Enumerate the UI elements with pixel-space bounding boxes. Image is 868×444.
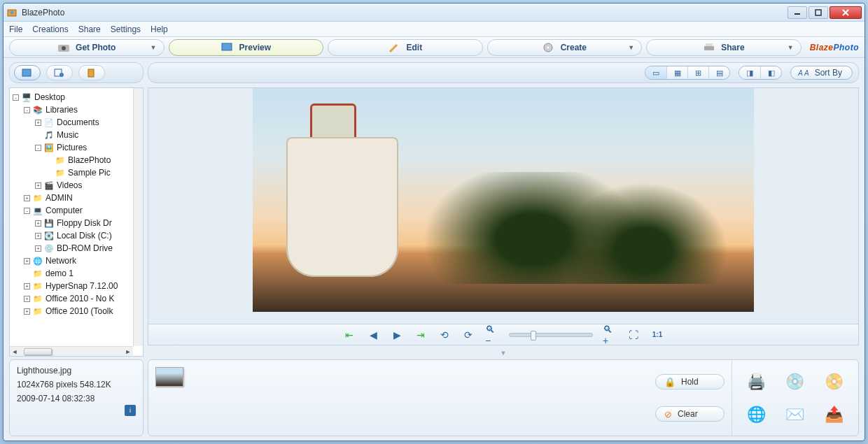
sort-label: Sort By bbox=[815, 68, 842, 78]
panel-collapse-grip[interactable]: ▼ bbox=[148, 350, 859, 357]
close-button[interactable] bbox=[830, 6, 862, 19]
edit-button[interactable]: Edit bbox=[328, 39, 483, 56]
svg-rect-8 bbox=[222, 43, 232, 50]
tree-node[interactable]: +🎬Videos bbox=[11, 179, 132, 192]
prev-image-button[interactable]: ◀ bbox=[366, 328, 380, 342]
preview-label: Preview bbox=[239, 43, 271, 52]
recent-tab[interactable] bbox=[46, 65, 73, 80]
tree-node[interactable]: -💻Computer bbox=[11, 204, 132, 217]
collapse-icon[interactable]: - bbox=[24, 107, 30, 113]
compare-right-button[interactable]: ◧ bbox=[760, 66, 781, 79]
tree-node[interactable]: +📁Office 2010 (Toolk bbox=[11, 305, 132, 317]
action-print[interactable]: 🖨️ bbox=[739, 367, 774, 396]
tree-node[interactable]: +💿BD-ROM Drive bbox=[11, 242, 132, 255]
single-view-button[interactable]: ▭ bbox=[645, 66, 666, 79]
menu-help[interactable]: Help bbox=[150, 24, 168, 34]
action-burn-cd[interactable]: 💿 bbox=[778, 367, 812, 396]
zoom-slider[interactable] bbox=[509, 333, 593, 337]
expand-icon[interactable]: + bbox=[35, 220, 41, 227]
node-icon: 💿 bbox=[43, 243, 55, 253]
info-dimensions: 1024x768 pixels 548.12K bbox=[17, 380, 136, 389]
expand-icon[interactable]: + bbox=[24, 283, 30, 289]
folder-tree-tab[interactable] bbox=[14, 65, 41, 80]
tree-node[interactable]: +📄Documents bbox=[11, 116, 132, 129]
first-image-button[interactable]: ⇤ bbox=[342, 328, 356, 342]
create-button[interactable]: Create ▼ bbox=[487, 39, 643, 56]
menu-file[interactable]: File bbox=[9, 24, 22, 34]
tree-node[interactable]: 📁demo 1 bbox=[11, 267, 132, 280]
share-button[interactable]: Share ▼ bbox=[646, 39, 802, 56]
info-datetime: 2009-07-14 08:32:38 bbox=[17, 394, 136, 403]
expand-icon[interactable]: + bbox=[35, 182, 41, 189]
get-photo-button[interactable]: Get Photo ▼ bbox=[9, 39, 164, 56]
node-icon: 🖼️ bbox=[43, 143, 55, 152]
tray-thumbnail[interactable] bbox=[155, 367, 183, 387]
sort-icon: A A bbox=[798, 69, 808, 77]
hold-button[interactable]: 🔒 Hold bbox=[655, 374, 724, 389]
get-photo-label: Get Photo bbox=[76, 43, 115, 52]
tree-node[interactable]: 📁BlazePhoto bbox=[11, 154, 132, 166]
tree-node[interactable]: -🖥️Desktop bbox=[11, 91, 132, 103]
monitor-icon bbox=[221, 43, 234, 52]
properties-icon[interactable]: i bbox=[125, 405, 136, 416]
expand-icon[interactable]: + bbox=[35, 245, 41, 252]
next-image-button[interactable]: ▶ bbox=[390, 328, 404, 342]
action-export[interactable]: 📤 bbox=[817, 400, 851, 429]
tree-node[interactable]: +🌐Network bbox=[11, 255, 132, 267]
menu-share[interactable]: Share bbox=[78, 24, 101, 34]
disc-icon bbox=[542, 43, 555, 52]
tree-node[interactable]: +💽Local Disk (C:) bbox=[11, 229, 132, 242]
sort-by-button[interactable]: A A Sort By bbox=[790, 66, 853, 80]
scroll-left-icon[interactable]: ◄ bbox=[10, 347, 20, 357]
expand-icon[interactable]: + bbox=[24, 195, 30, 201]
svg-point-10 bbox=[547, 46, 549, 48]
collapse-icon[interactable]: - bbox=[13, 94, 19, 101]
svg-rect-11 bbox=[704, 46, 714, 50]
tree-node[interactable]: +📁HyperSnap 7.12.00 bbox=[11, 280, 132, 292]
collapse-icon[interactable]: - bbox=[24, 208, 30, 214]
grid-3x3-button[interactable]: ⊞ bbox=[687, 66, 708, 79]
zoom-out-button[interactable]: 🔍︎− bbox=[485, 328, 499, 342]
tree-node[interactable]: -🖼️Pictures bbox=[11, 141, 132, 154]
expand-icon[interactable]: + bbox=[24, 258, 30, 264]
filmstrip-button[interactable]: ▤ bbox=[708, 66, 729, 79]
scrollbar-thumb[interactable] bbox=[24, 348, 52, 355]
tree-node[interactable]: 📁Sample Pic bbox=[11, 166, 132, 179]
menu-settings[interactable]: Settings bbox=[111, 24, 141, 34]
tags-tab[interactable] bbox=[78, 65, 105, 80]
image-viewport[interactable] bbox=[148, 88, 858, 324]
clear-label: Clear bbox=[678, 409, 698, 419]
rotate-left-button[interactable]: ⟲ bbox=[438, 328, 451, 342]
rotate-right-button[interactable]: ⟳ bbox=[461, 328, 475, 342]
action-burn-dvd[interactable]: 📀 bbox=[817, 367, 851, 396]
view-toolbar: ▭ ▦ ⊞ ▤ ◨ ◧ A A Sort By bbox=[148, 62, 859, 83]
expand-icon[interactable]: + bbox=[24, 308, 30, 315]
tree-node[interactable]: +📁ADMIN bbox=[11, 192, 132, 204]
action-html-web[interactable]: 🌐 bbox=[739, 400, 774, 429]
last-image-button[interactable]: ⇥ bbox=[414, 328, 428, 342]
tree-node[interactable]: +📁Office 2010 - No K bbox=[11, 292, 132, 305]
preview-button[interactable]: Preview bbox=[169, 39, 324, 56]
tree-node[interactable]: 🎵Music bbox=[11, 129, 132, 141]
actual-size-button[interactable]: 1:1 bbox=[650, 328, 664, 342]
grid-2x2-button[interactable]: ▦ bbox=[666, 66, 687, 79]
maximize-button[interactable] bbox=[808, 6, 828, 19]
tree-horizontal-scrollbar[interactable]: ◄ ► bbox=[10, 346, 133, 356]
tree-node[interactable]: -📚Libraries bbox=[11, 103, 132, 116]
scroll-right-icon[interactable]: ► bbox=[123, 347, 133, 357]
tree-vertical-scrollbar[interactable] bbox=[133, 88, 143, 346]
clear-icon: ⊘ bbox=[664, 409, 672, 420]
fit-window-button[interactable]: ⛶ bbox=[626, 328, 640, 342]
zoom-in-button[interactable]: 🔍︎+ bbox=[603, 328, 617, 342]
clear-button[interactable]: ⊘ Clear bbox=[655, 406, 724, 422]
collapse-icon[interactable]: - bbox=[35, 145, 41, 151]
expand-icon[interactable]: + bbox=[35, 120, 41, 126]
minimize-button[interactable] bbox=[788, 6, 807, 19]
zoom-slider-handle[interactable] bbox=[531, 331, 536, 341]
expand-icon[interactable]: + bbox=[24, 296, 30, 302]
compare-left-button[interactable]: ◨ bbox=[739, 66, 760, 79]
action-email[interactable]: ✉️ bbox=[778, 400, 812, 429]
menu-creations[interactable]: Creations bbox=[32, 24, 68, 34]
tree-node[interactable]: +💾Floppy Disk Dr bbox=[11, 217, 132, 229]
expand-icon[interactable]: + bbox=[35, 233, 41, 239]
